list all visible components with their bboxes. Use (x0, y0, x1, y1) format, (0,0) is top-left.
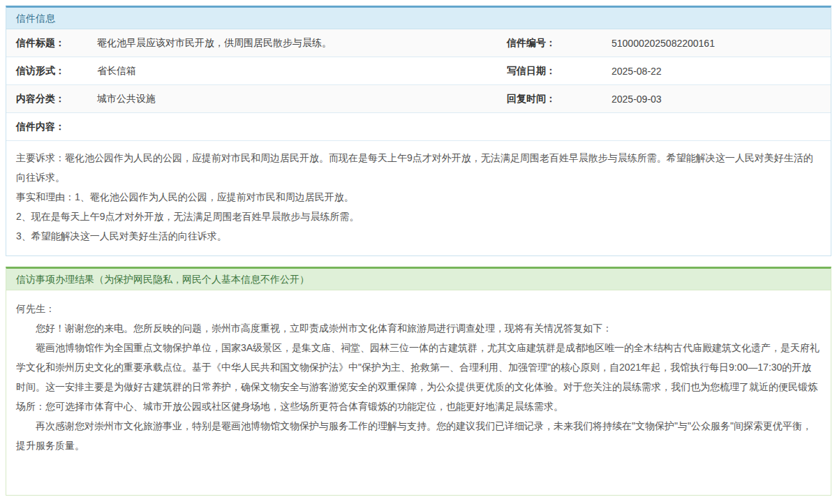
letter-content-paragraph: 2、现在是每天上午9点才对外开放，无法满足周围老百姓早晨散步与晨练所需。 (16, 207, 821, 226)
content-category-label: 内容分类： (16, 93, 97, 105)
write-date-value: 2025-08-22 (612, 66, 821, 77)
letter-title-value: 罨化池早晨应该对市民开放，供周围居民散步与晨练。 (97, 37, 507, 50)
reply-result-panel: 信访事项办理结果（为保护网民隐私，网民个人基本信息不作公开） 何先生： 您好！谢… (6, 267, 831, 496)
reply-result-header-title: 信访事项办理结果（为保护网民隐私，网民个人基本信息不作公开） (16, 274, 309, 285)
row-content-category: 内容分类： 城市公共设施 回复时间： 2025-09-03 (6, 85, 831, 113)
letter-info-panel: 信件信息 信件标题： 罨化池早晨应该对市民开放，供周围居民散步与晨练。 信件编号… (6, 6, 831, 256)
letter-content-paragraph: 事实和理由：1、罨化池公园作为人民的公园，应提前对市民和周边居民开放。 (16, 187, 821, 207)
content-category-value: 城市公共设施 (97, 93, 507, 105)
letter-number-label: 信件编号： (507, 37, 612, 50)
reply-paragraph: 您好！谢谢您的来电。您所反映的问题，崇州市高度重视，立即责成崇州市文化体育和旅游… (16, 318, 821, 338)
letter-info-header-title: 信件信息 (16, 13, 55, 24)
reply-paragraph: 再次感谢您对崇州市文化旅游事业，特别是罨画池博物馆文物保护与服务工作的理解与支持… (16, 416, 821, 455)
letter-content-paragraph: 主要诉求：罨化池公园作为人民的公园，应提前对市民和周边居民开放。而现在是每天上午… (16, 148, 821, 187)
letter-info-header: 信件信息 (6, 8, 831, 29)
row-petition-form: 信访形式： 省长信箱 写信日期： 2025-08-22 (6, 57, 831, 85)
petition-form-label: 信访形式： (16, 65, 97, 77)
letter-title-label: 信件标题： (16, 37, 97, 50)
petition-form-value: 省长信箱 (97, 65, 507, 77)
letter-content-label: 信件内容： (16, 121, 821, 133)
reply-salutation: 何先生： (16, 299, 821, 318)
row-letter-content-label: 信件内容： (6, 113, 831, 141)
reply-time-value: 2025-09-03 (612, 94, 821, 105)
letter-content-paragraph: 3、希望能解决这一人民对美好生活的向往诉求。 (16, 226, 821, 246)
letter-content-body: 主要诉求：罨化池公园作为人民的公园，应提前对市民和周边居民开放。而现在是每天上午… (6, 141, 831, 255)
reply-body: 何先生： 您好！谢谢您的来电。您所反映的问题，崇州市高度重视，立即责成崇州市文化… (6, 290, 831, 465)
reply-result-header: 信访事项办理结果（为保护网民隐私，网民个人基本信息不作公开） (6, 269, 831, 290)
letter-number-value: 5100002025082200161 (612, 38, 821, 49)
write-date-label: 写信日期： (507, 65, 612, 77)
page: 信件信息 信件标题： 罨化池早晨应该对市民开放，供周围居民散步与晨练。 信件编号… (0, 0, 837, 504)
row-letter-title: 信件标题： 罨化池早晨应该对市民开放，供周围居民散步与晨练。 信件编号： 510… (6, 29, 831, 57)
reply-time-label: 回复时间： (507, 93, 612, 105)
reply-paragraph: 罨画池博物馆作为全国重点文物保护单位，国家3A级景区，是集文庙、祠堂、园林三位一… (16, 338, 821, 416)
